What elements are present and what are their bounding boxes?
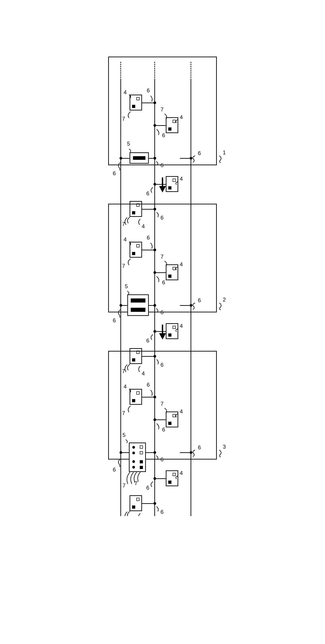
tilde [172,118,179,128]
tilde [126,94,132,102]
tilde-connector [218,449,224,458]
lbl-6-a: 6 [147,88,150,94]
lbl-6-b: 6 [162,132,165,138]
tilde [162,113,168,122]
rail-mid-dash-l [154,62,155,80]
center-block-5 [129,442,146,472]
lbl-5-center: 5 [127,140,130,147]
tilde [126,148,132,157]
lbl-4-b: 4 [180,114,183,120]
lbl-6-top: 6 [198,150,201,156]
panel-2: 2 6 6 5 4 4 4 4 7 7 [108,204,217,312]
panel-number-3: 3 [223,444,226,450]
block-d [130,495,142,511]
rail-bot-dash-l [120,62,121,80]
node-b2 [154,124,156,127]
rail-top-dash-l [190,62,191,80]
panel-number-1: 1 [223,150,226,156]
tilde [124,111,131,120]
tilde [154,128,161,137]
panel-number-2: 2 [223,296,226,303]
tilde [147,94,154,104]
lbl-7-b: 7 [160,106,164,113]
tilde-connector [218,154,224,164]
panel-3-wrapper: 3 6 6 5 4 4 [108,303,217,507]
panel-1: 1 6 6 5 [108,56,217,165]
tilde-connector [218,302,224,311]
panel-3: 3 6 6 5 4 4 [108,351,217,460]
